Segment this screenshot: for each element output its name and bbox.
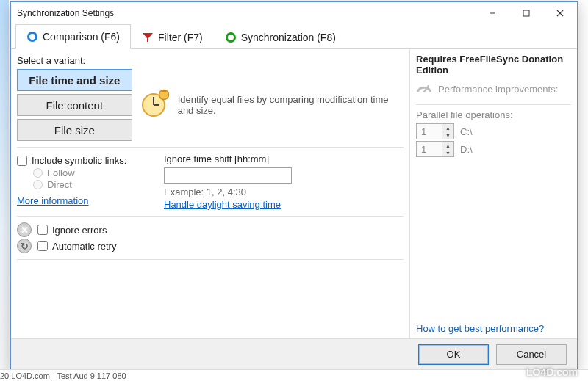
gear-blue-icon xyxy=(26,31,38,43)
symlink-direct-label: Direct xyxy=(47,179,72,190)
background-strip: 20 LO4D.com - Test Aud 9 117 080 xyxy=(0,369,588,381)
variant-buttons: File time and size File content File siz… xyxy=(17,69,132,141)
symlink-direct-radio[interactable]: Direct xyxy=(33,179,152,190)
chevron-down-icon[interactable]: ▼ xyxy=(442,131,453,139)
select-variant-label: Select a variant: xyxy=(17,54,404,69)
maximize-button[interactable] xyxy=(509,2,543,24)
left-pane: Select a variant: File time and size Fil… xyxy=(11,49,409,338)
variant-content[interactable]: File content xyxy=(17,94,132,116)
settings-dialog: Synchronization Settings Comparison (F6 xyxy=(10,1,578,370)
gear-green-icon xyxy=(225,32,237,43)
include-symlinks-checkbox[interactable]: Include symbolic links: xyxy=(17,155,152,166)
window-title: Synchronization Settings xyxy=(17,8,114,18)
variant-description: Identify equal files by comparing modifi… xyxy=(140,89,404,122)
symlink-follow-input[interactable] xyxy=(33,168,43,178)
tab-label: Synchronization (F8) xyxy=(241,32,336,43)
tab-label: Filter (F7) xyxy=(158,32,203,43)
ignore-errors-label: Ignore errors xyxy=(52,225,107,236)
ignore-errors-checkbox[interactable]: Ignore errors xyxy=(37,225,107,236)
donation-edition-label: Requires FreeFileSync Donation Edition xyxy=(416,54,571,77)
close-button[interactable] xyxy=(543,2,577,24)
dst-link[interactable]: Handle daylight saving time xyxy=(164,199,281,210)
time-shift-example: Example: 1, 2, 4:30 xyxy=(164,186,292,197)
window-controls xyxy=(476,2,577,24)
symlink-follow-radio[interactable]: Follow xyxy=(33,167,152,178)
variant-time-size[interactable]: File time and size xyxy=(17,69,132,91)
tab-label: Comparison (F6) xyxy=(43,31,120,43)
tabs: Comparison (F6) Filter (F7) Synchronizat… xyxy=(11,24,577,49)
include-symlinks-input[interactable] xyxy=(17,156,27,166)
parallel-row-drive: C:\ xyxy=(460,126,473,137)
symlink-follow-label: Follow xyxy=(47,167,75,178)
right-pane: Requires FreeFileSync Donation Edition P… xyxy=(409,49,577,338)
parallel-row: 1 ▲ ▼ C:\ xyxy=(416,123,571,139)
parallel-spinner-d[interactable]: 1 ▲ ▼ xyxy=(416,141,454,157)
gauge-icon xyxy=(416,80,432,98)
parallel-ops-label: Parallel file operations: xyxy=(416,109,571,120)
tab-comparison[interactable]: Comparison (F6) xyxy=(15,24,131,49)
retry-arrow-icon: ↻ xyxy=(17,239,32,253)
include-symlinks-label: Include symbolic links: xyxy=(32,155,126,166)
svg-point-5 xyxy=(31,35,34,38)
parallel-row: 1 ▲ ▼ D:\ xyxy=(416,141,571,157)
symlink-direct-input[interactable] xyxy=(33,180,43,189)
automatic-retry-checkbox[interactable]: Automatic retry xyxy=(37,241,116,252)
chevron-up-icon[interactable]: ▲ xyxy=(442,124,453,131)
automatic-retry-input[interactable] xyxy=(37,241,48,251)
error-x-icon: ✕ xyxy=(17,222,32,237)
parallel-spinner-c-value: 1 xyxy=(417,124,442,139)
svg-marker-6 xyxy=(143,33,153,42)
parallel-spinner-d-value: 1 xyxy=(417,142,442,156)
tab-filter[interactable]: Filter (F7) xyxy=(131,24,214,49)
performance-title: Performance improvements: xyxy=(438,84,558,95)
tab-synchronization[interactable]: Synchronization (F8) xyxy=(214,24,347,49)
best-performance-link[interactable]: How to get best performance? xyxy=(416,323,544,334)
svg-point-8 xyxy=(229,36,232,39)
chevron-up-icon[interactable]: ▲ xyxy=(442,142,453,149)
minimize-button[interactable] xyxy=(476,2,509,24)
funnel-icon xyxy=(142,32,154,43)
ignore-errors-input[interactable] xyxy=(37,225,48,235)
time-shift-label: Ignore time shift [hh:mm] xyxy=(164,153,292,164)
titlebar: Synchronization Settings xyxy=(11,2,577,24)
clock-icon xyxy=(140,89,171,122)
time-shift-input[interactable] xyxy=(164,167,292,184)
svg-rect-1 xyxy=(523,10,529,16)
cancel-button[interactable]: Cancel xyxy=(496,344,567,365)
parallel-spinner-c[interactable]: 1 ▲ ▼ xyxy=(416,123,454,139)
more-information-link[interactable]: More information xyxy=(17,195,89,206)
time-shift-options: Ignore time shift [hh:mm] Example: 1, 2,… xyxy=(164,153,292,210)
symlink-options: Include symbolic links: Follow Direct xyxy=(17,153,152,206)
parallel-row-drive: D:\ xyxy=(460,144,473,155)
ok-button[interactable]: OK xyxy=(418,344,489,365)
automatic-retry-label: Automatic retry xyxy=(52,241,116,252)
variant-description-text: Identify equal files by comparing modifi… xyxy=(178,94,404,116)
svg-rect-13 xyxy=(162,90,166,92)
chevron-down-icon[interactable]: ▼ xyxy=(442,149,453,156)
dialog-buttons: OK Cancel xyxy=(11,338,577,369)
variant-size[interactable]: File size xyxy=(17,119,132,141)
dialog-body: Select a variant: File time and size Fil… xyxy=(11,49,577,338)
